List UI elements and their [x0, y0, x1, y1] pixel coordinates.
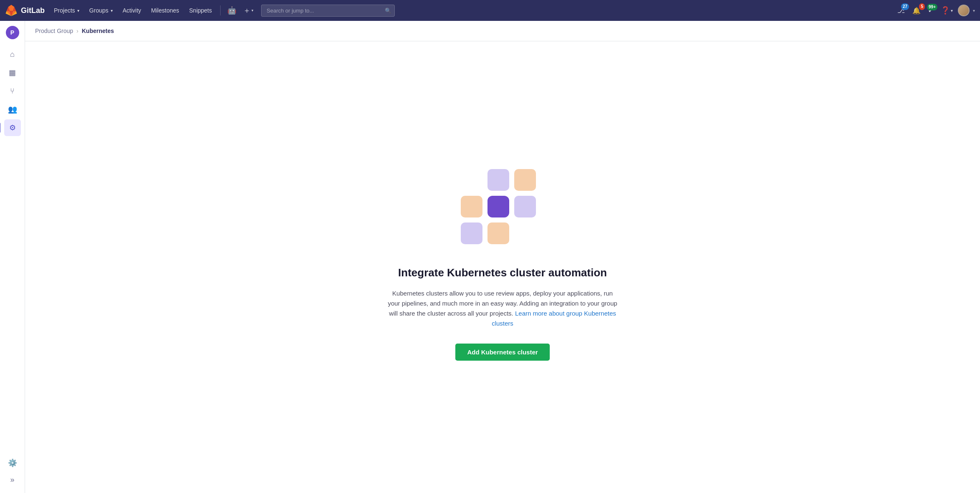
- nav-projects[interactable]: Projects ▾: [50, 5, 84, 16]
- nav-milestones[interactable]: Milestones: [147, 5, 183, 16]
- sidebar-expand-btn[interactable]: »: [4, 471, 21, 488]
- breadcrumb-separator: ›: [76, 28, 79, 34]
- help-btn[interactable]: ❓ ▾: [938, 3, 955, 18]
- merge-requests-btn[interactable]: ⎇ 27: [895, 4, 907, 17]
- nav-snippets[interactable]: Snippets: [185, 5, 216, 16]
- nav-divider: [220, 5, 221, 15]
- todos-badge: 99+: [927, 4, 937, 10]
- sidebar-item-merge-requests[interactable]: ⑂: [4, 83, 21, 99]
- node-3-2: [487, 222, 509, 244]
- help-icon: ❓: [941, 6, 950, 15]
- node-1-2: [487, 169, 509, 191]
- sidebar-item-home[interactable]: ⌂: [4, 46, 21, 63]
- merge-icon: ⑂: [10, 87, 15, 96]
- breadcrumb-parent[interactable]: Product Group: [35, 28, 73, 34]
- page-description: Kubernetes clusters allow you to use rev…: [386, 288, 619, 329]
- page-content: Integrate Kubernetes cluster automation …: [25, 41, 980, 488]
- page-title: Integrate Kubernetes cluster automation: [398, 266, 607, 280]
- add-kubernetes-cluster-button[interactable]: Add Kubernetes cluster: [455, 344, 549, 361]
- bot-icon-btn[interactable]: 🤖: [225, 3, 239, 18]
- node-3-1: [461, 222, 482, 244]
- avatar-chevron: ▾: [973, 8, 975, 13]
- top-navigation: GitLab Projects ▾ Groups ▾ Activity Mile…: [0, 0, 980, 21]
- expand-icon: »: [10, 475, 14, 484]
- groups-chevron: ▾: [111, 8, 113, 13]
- topnav-right-section: ⎇ 27 🔔 5 ✔ 99+ ❓ ▾ ▾: [895, 3, 975, 18]
- new-item-btn[interactable]: ＋ ▾: [241, 3, 256, 18]
- group-avatar[interactable]: P: [6, 26, 19, 39]
- node-1-3: [514, 169, 536, 191]
- breadcrumb-current: Kubernetes: [82, 28, 114, 34]
- node-1-1: [461, 169, 482, 191]
- k8s-node-grid: [461, 169, 544, 244]
- home-icon: ⌂: [10, 50, 15, 59]
- mr-badge: 27: [901, 3, 909, 10]
- sidebar-item-boards[interactable]: ▦: [4, 64, 21, 81]
- members-icon: 👥: [8, 105, 17, 114]
- gitlab-logo[interactable]: GitLab: [5, 4, 45, 17]
- sidebar-item-members[interactable]: 👥: [4, 101, 21, 118]
- main-content: Product Group › Kubernetes: [25, 21, 980, 493]
- nav-activity[interactable]: Activity: [119, 5, 145, 16]
- sidebar-bottom: ⚙️ »: [4, 455, 21, 488]
- projects-chevron: ▾: [77, 8, 79, 13]
- search-input[interactable]: [261, 5, 395, 17]
- node-2-2-main: [487, 196, 509, 217]
- kubernetes-illustration: [461, 169, 544, 253]
- node-3-3: [514, 222, 536, 244]
- search-container: 🔍: [261, 5, 395, 17]
- node-2-1: [461, 196, 482, 217]
- breadcrumb: Product Group › Kubernetes: [25, 21, 980, 41]
- todos-btn[interactable]: ✔ 99+: [926, 5, 936, 16]
- boards-icon: ▦: [9, 68, 16, 77]
- main-layout: P ⌂ ▦ ⑂ 👥 ⚙ ⚙️ » Product Group: [0, 21, 980, 493]
- help-chevron: ▾: [951, 8, 953, 13]
- avatar-image: [959, 5, 969, 15]
- sidebar-item-settings[interactable]: ⚙️: [4, 455, 21, 471]
- sidebar: P ⌂ ▦ ⑂ 👥 ⚙ ⚙️ »: [0, 21, 25, 493]
- node-2-3: [514, 196, 536, 217]
- issues-btn[interactable]: 🔔 5: [910, 4, 923, 17]
- search-icon: 🔍: [385, 8, 391, 14]
- user-avatar[interactable]: [958, 5, 970, 16]
- nav-groups[interactable]: Groups ▾: [85, 5, 117, 16]
- settings-icon: ⚙️: [8, 458, 17, 468]
- issues-badge: 5: [919, 3, 925, 10]
- gitlab-label: GitLab: [21, 6, 45, 15]
- kubernetes-icon: ⚙: [9, 123, 16, 132]
- sidebar-item-kubernetes[interactable]: ⚙: [4, 119, 21, 136]
